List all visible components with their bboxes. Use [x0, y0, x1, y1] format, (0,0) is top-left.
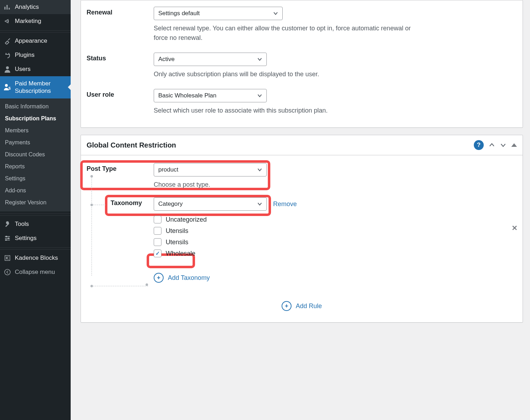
term-label: Wholesale — [166, 250, 195, 257]
tree-dot — [90, 285, 93, 287]
tree-dot — [146, 283, 148, 286]
sidebar-item-settings[interactable]: Settings — [0, 231, 71, 245]
renewal-label: Renewal — [87, 7, 154, 16]
checkbox-wholesale[interactable] — [154, 250, 161, 257]
sidebar-item-label: Users — [15, 66, 30, 73]
post-type-value: product — [158, 166, 178, 173]
gcr-panel-body: Post Type product Choose a post type. Ta… — [81, 155, 523, 322]
field-row-status: Status Active Only active subscription p… — [87, 53, 517, 79]
sidebar-item-kadence-blocks[interactable]: Kadence Blocks — [0, 251, 71, 265]
sidebar-item-tools[interactable]: Tools — [0, 217, 71, 231]
renewal-value: Settings default — [158, 10, 200, 17]
post-type-select[interactable]: product — [154, 163, 267, 176]
plus-icon[interactable]: + — [282, 301, 292, 311]
field-row-user-role: User role Basic Wholesale Plan Select wh… — [87, 89, 517, 115]
user-role-select[interactable]: Basic Wholesale Plan — [154, 89, 267, 102]
submenu-item-settings[interactable]: Settings — [0, 173, 71, 185]
field-row-renewal: Renewal Settings default Select renewal … — [87, 7, 517, 43]
renewal-select[interactable]: Settings default — [154, 7, 283, 20]
sidebar-item-marketing[interactable]: Marketing — [0, 14, 71, 28]
remove-taxonomy-link[interactable]: Remove — [273, 200, 297, 208]
svg-text:$: $ — [8, 86, 11, 90]
chevron-down-icon[interactable] — [500, 142, 506, 148]
wrench-icon — [4, 221, 11, 228]
chevron-down-icon — [257, 167, 262, 172]
svg-point-1 — [5, 84, 8, 87]
brush-icon — [4, 37, 11, 44]
post-type-label: Post Type — [87, 163, 154, 173]
collapse-icon — [4, 269, 11, 276]
megaphone-icon — [4, 18, 11, 25]
svg-point-7 — [5, 269, 10, 275]
svg-rect-6 — [5, 256, 10, 260]
sidebar-item-paid-member-subscriptions[interactable]: $ Paid Member Subscriptions — [0, 76, 71, 98]
gcr-post-type-row: Post Type product Choose a post type. — [87, 163, 517, 190]
remove-rule-x[interactable]: ✕ — [512, 224, 518, 232]
status-label: Status — [87, 53, 154, 62]
taxonomy-select[interactable]: Category — [154, 197, 267, 211]
sidebar-submenu: Basic Information Subscription Plans Mem… — [0, 98, 71, 211]
sidebar-item-users[interactable]: Users — [0, 62, 71, 76]
svg-point-5 — [5, 239, 7, 241]
submenu-item-members[interactable]: Members — [0, 125, 71, 137]
submenu-item-basic-information[interactable]: Basic Information — [0, 101, 71, 113]
chevron-down-icon — [257, 93, 262, 98]
add-taxonomy-row: + Add Taxonomy — [87, 273, 517, 283]
plus-icon[interactable]: + — [154, 273, 164, 283]
sidebar-item-label: Kadence Blocks — [15, 254, 58, 262]
sidebar-item-analytics[interactable]: Analytics — [0, 0, 71, 14]
taxonomy-term-row: Uncategorized — [154, 216, 517, 223]
chevron-down-icon — [273, 11, 278, 16]
taxonomy-term-row: Utensils — [154, 227, 517, 235]
analytics-icon — [4, 4, 11, 11]
submenu-item-add-ons[interactable]: Add-ons — [0, 185, 71, 197]
sidebar-collapse-menu[interactable]: Collapse menu — [0, 265, 71, 279]
user-dollar-icon: $ — [4, 83, 11, 91]
sidebar-item-plugins[interactable]: Plugins — [0, 48, 71, 62]
submenu-item-register-version[interactable]: Register Version — [0, 197, 71, 209]
gcr-panel-title: Global Content Restriction — [87, 141, 176, 149]
svg-point-3 — [6, 236, 7, 237]
taxonomy-value: Category — [158, 200, 183, 208]
term-label: Utensils — [166, 227, 188, 235]
help-icon[interactable]: ? — [474, 140, 484, 150]
taxonomy-label: Taxonomy — [111, 197, 154, 207]
collapse-label: Collapse menu — [15, 269, 55, 276]
svg-point-0 — [6, 66, 9, 69]
user-role-help: Select which user role to associate with… — [154, 106, 422, 115]
tree-line — [92, 286, 148, 286]
chevron-up-icon[interactable] — [489, 142, 495, 148]
submenu-item-reports[interactable]: Reports — [0, 161, 71, 173]
plug-icon — [4, 52, 11, 59]
submenu-item-discount-codes[interactable]: Discount Codes — [0, 149, 71, 161]
chevron-down-icon — [257, 57, 262, 62]
submenu-item-subscription-plans[interactable]: Subscription Plans — [0, 113, 71, 125]
kadence-icon — [4, 254, 11, 262]
sidebar-item-label: Plugins — [15, 52, 35, 59]
panel-collapse-toggle[interactable] — [511, 142, 517, 149]
admin-sidebar: Analytics Marketing Appearance Plugins U… — [0, 0, 71, 420]
main-content: Renewal Settings default Select renewal … — [71, 0, 530, 420]
svg-point-4 — [8, 238, 9, 239]
submenu-item-payments[interactable]: Payments — [0, 137, 71, 149]
term-label: Uncategorized — [166, 216, 207, 223]
add-taxonomy-link[interactable]: Add Taxonomy — [168, 274, 210, 282]
post-type-help: Choose a post type. — [154, 180, 422, 190]
chevron-down-icon — [257, 202, 262, 206]
sidebar-separator — [0, 214, 71, 216]
checkbox-utensils-2[interactable] — [154, 238, 161, 246]
sidebar-separator — [0, 247, 71, 250]
add-rule-row: + Add Rule — [87, 297, 517, 312]
sidebar-item-label: Settings — [15, 235, 36, 242]
taxonomy-term-list: Uncategorized Utensils Utensils Who — [154, 216, 517, 257]
sliders-icon — [4, 235, 11, 242]
add-rule-link[interactable]: Add Rule — [296, 302, 322, 310]
checkbox-utensils[interactable] — [154, 227, 161, 235]
checkbox-uncategorized[interactable] — [154, 216, 161, 223]
gcr-panel-header: Global Content Restriction ? — [81, 135, 523, 155]
sidebar-item-appearance[interactable]: Appearance — [0, 34, 71, 48]
status-select[interactable]: Active — [154, 53, 267, 66]
global-content-restriction-panel: Global Content Restriction ? — [81, 135, 523, 323]
status-value: Active — [158, 56, 175, 63]
sidebar-item-label: Appearance — [15, 37, 47, 44]
